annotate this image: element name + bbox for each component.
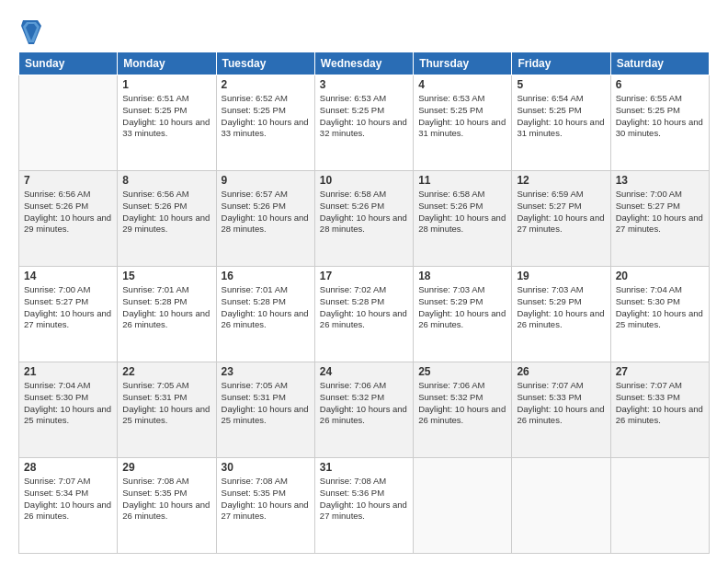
- day-cell: 6Sunrise: 6:55 AM Sunset: 5:25 PM Daylig…: [610, 75, 709, 171]
- day-info: Sunrise: 6:53 AM Sunset: 5:25 PM Dayligh…: [320, 93, 408, 140]
- header-cell-wednesday: Wednesday: [314, 52, 413, 75]
- day-info: Sunrise: 6:58 AM Sunset: 5:26 PM Dayligh…: [418, 189, 506, 236]
- day-cell: 5Sunrise: 6:54 AM Sunset: 5:25 PM Daylig…: [512, 75, 610, 171]
- week-row-1: 1Sunrise: 6:51 AM Sunset: 5:25 PM Daylig…: [19, 75, 710, 171]
- day-info: Sunrise: 7:08 AM Sunset: 5:35 PM Dayligh…: [122, 476, 210, 523]
- header: [18, 17, 710, 44]
- day-number: 4: [418, 78, 506, 91]
- day-info: Sunrise: 7:03 AM Sunset: 5:29 PM Dayligh…: [418, 284, 506, 331]
- week-row-4: 21Sunrise: 7:04 AM Sunset: 5:30 PM Dayli…: [19, 362, 710, 458]
- day-cell: 7Sunrise: 6:56 AM Sunset: 5:26 PM Daylig…: [19, 171, 118, 267]
- day-info: Sunrise: 7:08 AM Sunset: 5:36 PM Dayligh…: [320, 476, 408, 523]
- header-cell-tuesday: Tuesday: [216, 52, 314, 75]
- day-number: 10: [320, 174, 408, 187]
- day-number: 5: [517, 78, 605, 91]
- page: SundayMondayTuesdayWednesdayThursdayFrid…: [0, 0, 728, 563]
- day-number: 19: [517, 270, 605, 282]
- header-cell-monday: Monday: [118, 52, 216, 75]
- day-cell: 22Sunrise: 7:05 AM Sunset: 5:31 PM Dayli…: [118, 362, 216, 458]
- day-cell: 15Sunrise: 7:01 AM Sunset: 5:28 PM Dayli…: [118, 267, 216, 362]
- day-number: 21: [24, 365, 112, 378]
- header-cell-thursday: Thursday: [414, 52, 512, 75]
- day-cell: 29Sunrise: 7:08 AM Sunset: 5:35 PM Dayli…: [118, 458, 216, 554]
- logo: [18, 17, 41, 44]
- day-info: Sunrise: 7:05 AM Sunset: 5:31 PM Dayligh…: [222, 380, 310, 427]
- day-info: Sunrise: 7:00 AM Sunset: 5:27 PM Dayligh…: [24, 284, 112, 331]
- day-info: Sunrise: 7:07 AM Sunset: 5:33 PM Dayligh…: [616, 380, 704, 427]
- day-number: 22: [122, 365, 210, 378]
- day-cell: 11Sunrise: 6:58 AM Sunset: 5:26 PM Dayli…: [414, 171, 512, 267]
- day-number: 15: [122, 270, 210, 282]
- day-cell: [512, 458, 610, 554]
- day-cell: 24Sunrise: 7:06 AM Sunset: 5:32 PM Dayli…: [314, 362, 413, 458]
- week-row-5: 28Sunrise: 7:07 AM Sunset: 5:34 PM Dayli…: [19, 458, 710, 554]
- day-number: 3: [320, 78, 408, 91]
- day-cell: 3Sunrise: 6:53 AM Sunset: 5:25 PM Daylig…: [314, 75, 413, 171]
- day-number: 18: [418, 270, 506, 282]
- day-cell: 12Sunrise: 6:59 AM Sunset: 5:27 PM Dayli…: [512, 171, 610, 267]
- day-info: Sunrise: 6:53 AM Sunset: 5:25 PM Dayligh…: [418, 93, 506, 140]
- day-cell: 16Sunrise: 7:01 AM Sunset: 5:28 PM Dayli…: [216, 267, 314, 362]
- day-number: 16: [222, 270, 310, 282]
- day-number: 29: [122, 461, 210, 474]
- calendar-table: SundayMondayTuesdayWednesdayThursdayFrid…: [18, 52, 710, 554]
- day-info: Sunrise: 7:04 AM Sunset: 5:30 PM Dayligh…: [24, 380, 112, 427]
- day-cell: 1Sunrise: 6:51 AM Sunset: 5:25 PM Daylig…: [118, 75, 216, 171]
- day-cell: 27Sunrise: 7:07 AM Sunset: 5:33 PM Dayli…: [610, 362, 709, 458]
- day-number: 9: [222, 174, 310, 187]
- day-cell: 26Sunrise: 7:07 AM Sunset: 5:33 PM Dayli…: [512, 362, 610, 458]
- day-cell: 17Sunrise: 7:02 AM Sunset: 5:28 PM Dayli…: [314, 267, 413, 362]
- day-info: Sunrise: 7:06 AM Sunset: 5:32 PM Dayligh…: [418, 380, 506, 427]
- header-row: SundayMondayTuesdayWednesdayThursdayFrid…: [19, 52, 710, 75]
- day-number: 17: [320, 270, 408, 282]
- day-cell: [414, 458, 512, 554]
- day-info: Sunrise: 7:07 AM Sunset: 5:34 PM Dayligh…: [24, 476, 112, 523]
- day-number: 1: [122, 78, 210, 91]
- day-number: 25: [418, 365, 506, 378]
- day-info: Sunrise: 6:59 AM Sunset: 5:27 PM Dayligh…: [517, 189, 605, 236]
- week-row-3: 14Sunrise: 7:00 AM Sunset: 5:27 PM Dayli…: [19, 267, 710, 362]
- day-number: 14: [24, 270, 112, 282]
- day-number: 26: [517, 365, 605, 378]
- header-cell-friday: Friday: [512, 52, 610, 75]
- header-cell-sunday: Sunday: [19, 52, 118, 75]
- day-cell: 28Sunrise: 7:07 AM Sunset: 5:34 PM Dayli…: [19, 458, 118, 554]
- day-number: 27: [616, 365, 704, 378]
- day-info: Sunrise: 7:06 AM Sunset: 5:32 PM Dayligh…: [320, 380, 408, 427]
- day-info: Sunrise: 6:52 AM Sunset: 5:25 PM Dayligh…: [222, 93, 310, 140]
- day-info: Sunrise: 6:58 AM Sunset: 5:26 PM Dayligh…: [320, 189, 408, 236]
- header-cell-saturday: Saturday: [610, 52, 709, 75]
- day-number: 31: [320, 461, 408, 474]
- day-info: Sunrise: 7:04 AM Sunset: 5:30 PM Dayligh…: [616, 284, 704, 331]
- day-number: 7: [24, 174, 112, 187]
- logo-icon: [21, 18, 41, 44]
- day-number: 12: [517, 174, 605, 187]
- day-cell: 14Sunrise: 7:00 AM Sunset: 5:27 PM Dayli…: [19, 267, 118, 362]
- day-cell: 31Sunrise: 7:08 AM Sunset: 5:36 PM Dayli…: [314, 458, 413, 554]
- day-number: 2: [222, 78, 310, 91]
- day-cell: 2Sunrise: 6:52 AM Sunset: 5:25 PM Daylig…: [216, 75, 314, 171]
- day-number: 28: [24, 461, 112, 474]
- day-number: 8: [122, 174, 210, 187]
- day-info: Sunrise: 6:56 AM Sunset: 5:26 PM Dayligh…: [122, 189, 210, 236]
- day-info: Sunrise: 6:55 AM Sunset: 5:25 PM Dayligh…: [616, 93, 704, 140]
- day-info: Sunrise: 6:56 AM Sunset: 5:26 PM Dayligh…: [24, 189, 112, 236]
- day-number: 13: [616, 174, 704, 187]
- day-info: Sunrise: 7:00 AM Sunset: 5:27 PM Dayligh…: [616, 189, 704, 236]
- day-number: 24: [320, 365, 408, 378]
- day-info: Sunrise: 6:57 AM Sunset: 5:26 PM Dayligh…: [222, 189, 310, 236]
- day-info: Sunrise: 7:08 AM Sunset: 5:35 PM Dayligh…: [222, 476, 310, 523]
- calendar-header: SundayMondayTuesdayWednesdayThursdayFrid…: [19, 52, 710, 75]
- day-number: 30: [222, 461, 310, 474]
- day-cell: 25Sunrise: 7:06 AM Sunset: 5:32 PM Dayli…: [414, 362, 512, 458]
- day-info: Sunrise: 7:07 AM Sunset: 5:33 PM Dayligh…: [517, 380, 605, 427]
- day-info: Sunrise: 7:02 AM Sunset: 5:28 PM Dayligh…: [320, 284, 408, 331]
- calendar-body: 1Sunrise: 6:51 AM Sunset: 5:25 PM Daylig…: [19, 75, 710, 554]
- day-cell: 20Sunrise: 7:04 AM Sunset: 5:30 PM Dayli…: [610, 267, 709, 362]
- day-cell: 23Sunrise: 7:05 AM Sunset: 5:31 PM Dayli…: [216, 362, 314, 458]
- day-cell: 10Sunrise: 6:58 AM Sunset: 5:26 PM Dayli…: [314, 171, 413, 267]
- day-cell: 30Sunrise: 7:08 AM Sunset: 5:35 PM Dayli…: [216, 458, 314, 554]
- day-number: 20: [616, 270, 704, 282]
- day-cell: 8Sunrise: 6:56 AM Sunset: 5:26 PM Daylig…: [118, 171, 216, 267]
- day-info: Sunrise: 6:54 AM Sunset: 5:25 PM Dayligh…: [517, 93, 605, 140]
